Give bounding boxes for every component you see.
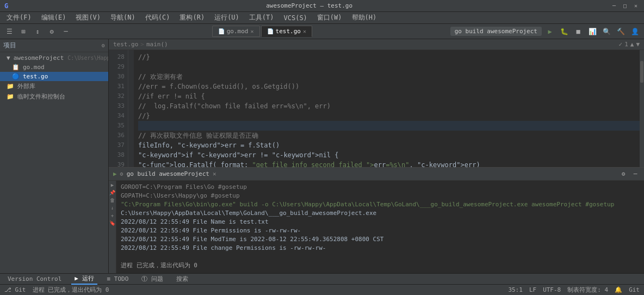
sidebar-settings-icon[interactable]: ⚙ bbox=[102, 42, 105, 48]
tab-testgo[interactable]: 📄test.go✕ bbox=[261, 26, 312, 37]
sidebar: 项目 ⚙ ▼awesomeProjectC:\Users\Happy\Golan… bbox=[0, 39, 109, 273]
encoding-indicator[interactable]: UTF-8 bbox=[543, 286, 561, 293]
menu-item-h[interactable]: 帮助(H) bbox=[348, 12, 381, 23]
bottom-tab-TODO[interactable]: ≡ TODO bbox=[104, 274, 132, 284]
tree-item-gomod[interactable]: 📋go.mod bbox=[0, 63, 108, 72]
line-number-36: 36 bbox=[109, 131, 125, 140]
run-panel-close-icon[interactable]: ✕ bbox=[213, 170, 216, 177]
run-line: GOROOT=C:\Program Files\Go #gosetup bbox=[121, 183, 640, 192]
code-line-37: fileInfo, "c-keyword">err = f.Stat() bbox=[138, 140, 640, 150]
structure-button[interactable]: ⊞ bbox=[17, 26, 29, 38]
run-config[interactable]: go build awesomeProject bbox=[450, 27, 542, 36]
minus-button[interactable]: ─ bbox=[60, 26, 72, 38]
menu-item-t[interactable]: 工具(T) bbox=[245, 12, 278, 23]
scroll-down-icon[interactable]: ▼ bbox=[636, 41, 640, 48]
tab-icon: 📄 bbox=[267, 28, 274, 34]
tab-close-icon[interactable]: ✕ bbox=[303, 28, 306, 34]
close-button[interactable]: ✕ bbox=[632, 2, 640, 10]
tree-icon: ▼ bbox=[7, 54, 10, 62]
scroll-up-icon[interactable]: ▲ bbox=[630, 41, 634, 48]
run-fold-icon[interactable]: + bbox=[109, 212, 116, 219]
sidebar-toggle-button[interactable]: ☰ bbox=[3, 26, 15, 38]
indent-indicator[interactable]: 制表符宽度: 4 bbox=[567, 286, 608, 294]
tree-item-[interactable]: 📁临时文件和控制台 bbox=[0, 91, 108, 102]
menu-item-e[interactable]: 编辑(E) bbox=[37, 12, 71, 23]
menu-item-f[interactable]: 文件(F) bbox=[2, 12, 36, 23]
main-layout: 项目 ⚙ ▼awesomeProjectC:\Users\Happy\Golan… bbox=[0, 39, 644, 273]
line-number-31: 31 bbox=[109, 82, 125, 91]
menu-item-u[interactable]: 运行(U) bbox=[210, 12, 244, 23]
search-button[interactable]: ↕ bbox=[32, 26, 44, 38]
statusbar-right: 35:1 LF UTF-8 制表符宽度: 4 🔔 Git bbox=[508, 286, 640, 294]
bottom-tab-运行[interactable]: ▶ 运行 bbox=[71, 273, 97, 285]
titlebar-controls: ─ □ ✕ bbox=[610, 2, 640, 10]
run-line: 2022/08/12 22:55:49 File Permissions is … bbox=[121, 226, 640, 235]
statusbar-left: ⎇ Git 进程 已完成，退出代码为 0 bbox=[4, 286, 109, 294]
run-restart-icon[interactable]: ▶ bbox=[109, 182, 116, 188]
bottom-tab-VersionControl[interactable]: Version Control bbox=[4, 274, 65, 284]
tree-icon: 🔵 bbox=[12, 73, 20, 80]
bottom-tab-问题[interactable]: ① 问题 bbox=[138, 274, 166, 284]
tree-label: 外部库 bbox=[17, 82, 35, 90]
sidebar-title: 项目 bbox=[3, 41, 16, 50]
sidebar-header: 项目 ⚙ bbox=[0, 39, 108, 52]
run-line-text: 2022/08/12 22:55:49 File Permissions is … bbox=[121, 226, 301, 235]
run-line: C:\Users\Happy\AppData\Local\Temp\GoLand… bbox=[121, 209, 640, 218]
run-line-text: "C:\Program Files\Go\bin\go.exe" build -… bbox=[121, 200, 614, 209]
status-process-text: 进程 已完成，退出代码为 0 bbox=[33, 286, 109, 294]
app-icon: G bbox=[4, 2, 8, 10]
run-panel: ▶ ⚙ go build awesomeProject ✕ ⚙ ─ ▶ 📌 🗑 … bbox=[109, 167, 644, 273]
run-line-text: 2022/08/12 22:55:49 File change Permissi… bbox=[121, 244, 326, 253]
tree-item-[interactable]: 📁外部库 bbox=[0, 81, 108, 91]
minimize-button[interactable]: ─ bbox=[610, 2, 618, 10]
code-line-34: //} bbox=[138, 111, 640, 121]
menu-item-n[interactable]: 导航(N) bbox=[106, 12, 140, 23]
tab-gomod[interactable]: 📄go.mod✕ bbox=[212, 26, 260, 37]
run-collapse-button[interactable]: ─ bbox=[631, 170, 640, 179]
profile-button[interactable]: 🔍 bbox=[600, 26, 612, 38]
bottom-tab-搜索[interactable]: 搜索 bbox=[173, 274, 191, 284]
code-area[interactable]: //} // 欢迎测有者//err = f.Chown(os.Getuid(),… bbox=[134, 50, 644, 167]
tree-item-awesomeproject[interactable]: ▼awesomeProjectC:\Users\Happy\GolandProj… bbox=[0, 53, 108, 63]
run-panel-inner: ▶ 📌 🗑 ↓ + 🔖 GOROOT=C:\Program Files\Go #… bbox=[109, 181, 644, 273]
run-scroll-icon[interactable]: ↓ bbox=[109, 205, 116, 211]
toolbar: ☰ ⊞ ↕ ⚙ ─ 📄go.mod✕📄test.go✕ go build awe… bbox=[0, 24, 644, 39]
debug-button[interactable]: 🐛 bbox=[558, 26, 570, 38]
code-line-36: // 再次获取文件信息 验证权限是否正确 bbox=[138, 131, 640, 140]
maximize-button[interactable]: □ bbox=[621, 2, 629, 10]
run-button[interactable]: ▶ bbox=[544, 26, 556, 38]
stop-button[interactable]: ■ bbox=[572, 26, 584, 38]
run-bookmark-icon[interactable]: 🔖 bbox=[109, 220, 116, 226]
run-panel-header: ▶ ⚙ go build awesomeProject ✕ ⚙ ─ bbox=[109, 168, 644, 181]
code-line-31: //err = f.Chown(os.Getuid(), os.Getgid()… bbox=[138, 82, 640, 91]
run-clear-icon[interactable]: 🗑 bbox=[109, 197, 116, 204]
statusbar: ⎇ Git 进程 已完成，退出代码为 0 35:1 LF UTF-8 制表符宽度… bbox=[0, 284, 644, 295]
build-button[interactable]: 🔨 bbox=[615, 26, 627, 38]
menu-item-vcss[interactable]: VCS(S) bbox=[280, 13, 312, 23]
tree-item-testgo[interactable]: 🔵test.go bbox=[0, 72, 108, 81]
menu-item-c[interactable]: 代码(C) bbox=[141, 12, 175, 23]
menu-item-r[interactable]: 重构(R) bbox=[175, 12, 209, 23]
run-line bbox=[121, 253, 640, 261]
tab-icon: 📄 bbox=[218, 28, 225, 34]
notification-icon[interactable]: 🔔 bbox=[615, 286, 622, 293]
titlebar-title: awesomeProject – test.go bbox=[266, 2, 352, 9]
settings-button[interactable]: ⚙ bbox=[46, 26, 58, 38]
user-button[interactable]: 👤 bbox=[629, 26, 641, 38]
line-col-indicator[interactable]: 35:1 bbox=[508, 286, 523, 293]
titlebar-left: G bbox=[4, 2, 8, 10]
minimap-scrollbar[interactable] bbox=[640, 50, 644, 167]
git-label[interactable]: Git bbox=[629, 286, 640, 293]
run-line-text: 2022/08/12 22:55:49 File ModTime is 2022… bbox=[121, 235, 383, 244]
vcs-icon[interactable]: ⎇ Git bbox=[4, 286, 26, 293]
run-settings-button[interactable]: ⚙ bbox=[619, 170, 628, 179]
line-sep-indicator[interactable]: LF bbox=[529, 286, 536, 293]
coverage-button[interactable]: 📊 bbox=[586, 26, 598, 38]
menu-item-v[interactable]: 视图(V) bbox=[71, 12, 105, 23]
run-output: GOROOT=C:\Program Files\Go #gosetupGOPAT… bbox=[116, 181, 644, 273]
menu-item-w[interactable]: 窗口(W) bbox=[313, 12, 346, 23]
tab-close-icon[interactable]: ✕ bbox=[251, 28, 254, 34]
run-pin-icon[interactable]: 📌 bbox=[109, 189, 116, 196]
run-line-text: 2022/08/12 22:55:49 File Name is test.tx… bbox=[121, 218, 269, 226]
run-line: 2022/08/12 22:55:49 File Name is test.tx… bbox=[121, 218, 640, 226]
